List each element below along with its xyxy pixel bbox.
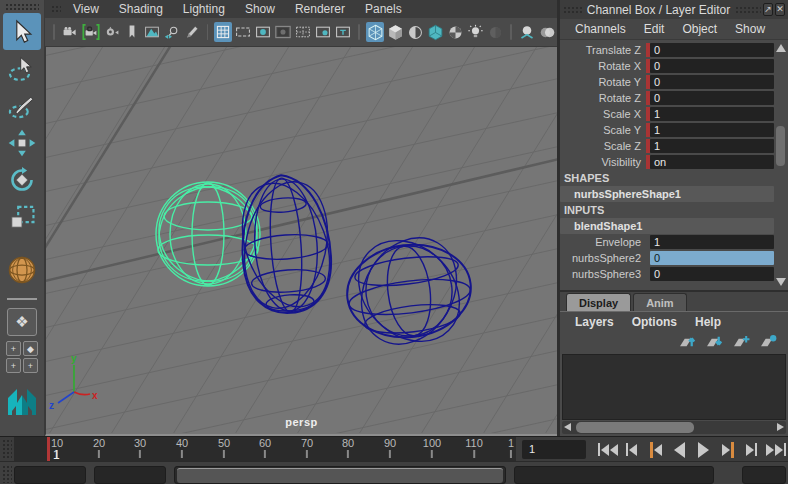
use-default-material-icon[interactable] [446, 22, 464, 42]
play-forwards-button[interactable] [692, 439, 715, 460]
camera-attributes-icon[interactable] [103, 22, 121, 42]
layout-two-pane-button[interactable]: + [6, 358, 21, 373]
play-backwards-button[interactable] [668, 439, 691, 460]
channel-value-field[interactable]: 0 [650, 91, 774, 105]
close-icon[interactable]: ✕ [775, 3, 785, 16]
cb-drag-handle-right[interactable] [735, 6, 761, 14]
image-plane-icon[interactable] [143, 22, 161, 42]
menu-options[interactable]: Options [623, 315, 686, 329]
channel-value-field[interactable]: 1 [650, 235, 774, 249]
scale-tool-button[interactable] [3, 198, 41, 235]
move-layer-up-icon[interactable] [678, 334, 697, 352]
smooth-shade-icon[interactable] [386, 22, 404, 42]
animation-end-field[interactable] [742, 466, 786, 484]
layout-persp-outliner-button[interactable]: ◆ [23, 341, 38, 356]
menu-edit[interactable]: Edit [635, 22, 674, 36]
channel-value-field[interactable]: 1 [650, 139, 774, 153]
bookmark-icon[interactable] [123, 22, 141, 42]
field-chart-icon[interactable] [294, 22, 312, 42]
channel-value-field[interactable]: 1 [650, 123, 774, 137]
menubar-drag-handle[interactable] [51, 5, 61, 13]
menu-shading[interactable]: Shading [109, 2, 173, 16]
lasso-tool-button[interactable] [3, 50, 41, 87]
new-empty-layer-icon[interactable] [732, 334, 751, 352]
shape-node-item[interactable]: nurbsSphereShape1 [560, 186, 774, 202]
menu-renderer[interactable]: Renderer [285, 2, 355, 16]
step-forward-frame-button[interactable] [740, 439, 763, 460]
channel-value-field[interactable]: on [650, 155, 774, 169]
cb-drag-handle-left[interactable] [563, 6, 582, 14]
egg-nurbs-sphere[interactable] [225, 169, 347, 322]
channel-value-field[interactable]: 0 [650, 75, 774, 89]
scroll-up-icon[interactable] [776, 44, 786, 52]
layout-single-pane-button[interactable]: + [6, 341, 21, 356]
safe-action-icon[interactable] [314, 22, 332, 42]
current-frame-marker[interactable] [47, 437, 50, 462]
menu-lighting[interactable]: Lighting [173, 2, 235, 16]
menu-layers[interactable]: Layers [566, 315, 623, 329]
channel-value-field-selected[interactable]: 0 [650, 251, 774, 265]
menu-view[interactable]: View [63, 2, 109, 16]
layout-four-view-button[interactable]: ❖ [7, 308, 37, 336]
menu-panels[interactable]: Panels [355, 2, 412, 16]
pan-zoom-icon[interactable] [163, 22, 181, 42]
go-to-start-button[interactable] [596, 439, 619, 460]
menu-object[interactable]: Object [673, 22, 726, 36]
channel-value-field[interactable]: 1 [650, 107, 774, 121]
grid-icon[interactable] [214, 22, 232, 42]
input-node-item[interactable]: blendShape1 [560, 218, 774, 234]
move-tool-button[interactable] [3, 124, 41, 161]
step-back-frame-button[interactable] [620, 439, 643, 460]
film-gate-icon[interactable] [234, 22, 252, 42]
timeline-drag-handle[interactable] [2, 439, 12, 460]
channel-value-field[interactable]: 0 [650, 43, 774, 57]
menu-show[interactable]: Show [235, 2, 285, 16]
new-layer-from-selected-icon[interactable] [759, 334, 778, 352]
tab-display[interactable]: Display [566, 293, 631, 311]
viewport-3d[interactable]: y x z persp [45, 47, 557, 436]
hscroll-left-icon[interactable] [564, 423, 571, 431]
lock-camera-icon[interactable] [81, 22, 101, 42]
resolution-gate-icon[interactable] [254, 22, 272, 42]
go-to-end-button[interactable] [764, 439, 787, 460]
wireframe-mode-icon[interactable] [366, 22, 384, 42]
layer-hscrollbar[interactable] [562, 421, 786, 434]
move-layer-down-icon[interactable] [705, 334, 724, 352]
toolbox-drag-handle[interactable] [5, 3, 39, 11]
paint-select-tool-button[interactable] [3, 87, 41, 124]
range-slider-thumb[interactable] [177, 468, 503, 483]
select-camera-icon[interactable] [61, 22, 79, 42]
lighting-icon[interactable] [466, 22, 484, 42]
scrollbar-thumb[interactable] [776, 126, 785, 166]
menu-channels[interactable]: Channels [566, 22, 635, 36]
isolate-select-icon[interactable] [518, 22, 536, 42]
xray-icon[interactable] [538, 22, 557, 42]
layer-list[interactable] [562, 354, 786, 420]
gate-mask-icon[interactable] [274, 22, 292, 42]
menu-show[interactable]: Show [726, 22, 774, 36]
popout-icon[interactable]: ↗ [763, 3, 773, 16]
hscroll-right-icon[interactable] [777, 423, 784, 431]
range-slider-bar[interactable] [174, 466, 506, 484]
last-tool-slot[interactable] [3, 251, 41, 288]
tab-anim[interactable]: Anim [633, 293, 687, 311]
playback-start-field[interactable] [94, 466, 166, 484]
current-time-field[interactable]: 1 [522, 440, 586, 459]
scroll-down-icon[interactable] [776, 278, 786, 286]
playback-end-field[interactable] [514, 466, 714, 484]
menu-help[interactable]: Help [686, 315, 730, 329]
textured-mode-icon[interactable] [426, 22, 444, 42]
step-forward-key-button[interactable] [716, 439, 739, 460]
grease-pencil-icon[interactable] [183, 22, 201, 42]
step-back-key-button[interactable] [644, 439, 667, 460]
animation-start-field[interactable] [14, 466, 86, 484]
rotate-tool-button[interactable] [3, 161, 41, 198]
channel-value-field[interactable]: 0 [650, 267, 774, 281]
channel-scrollbar[interactable] [775, 42, 787, 288]
range-drag-handle[interactable] [2, 465, 12, 483]
select-tool-button[interactable] [3, 13, 41, 50]
hscroll-thumb[interactable] [576, 422, 694, 433]
timeline-track[interactable]: 10 20 30 40 50 60 70 80 90 100 110 1 1 [14, 437, 516, 462]
shadows-icon[interactable] [486, 22, 504, 42]
layout-three-pane-button[interactable]: + [23, 358, 38, 373]
